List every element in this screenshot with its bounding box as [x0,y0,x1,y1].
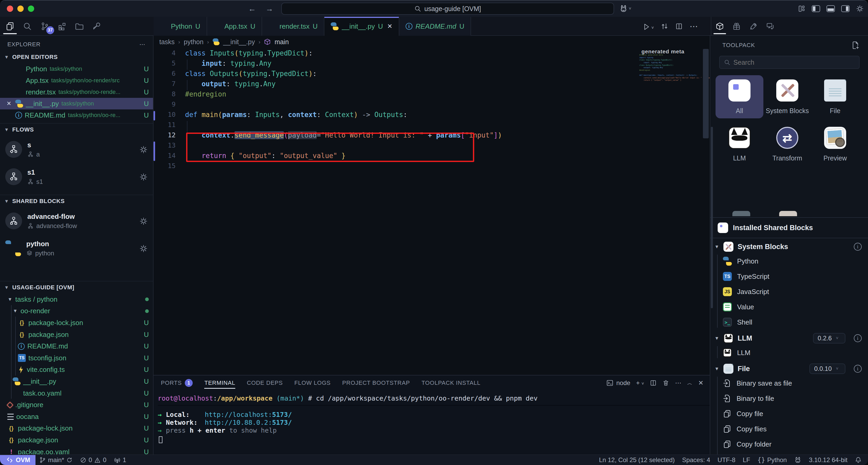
git-branch-item[interactable]: main* [35,455,76,465]
flow-item[interactable]: s a [0,136,153,163]
code-editor[interactable]: 4 class Inputs(typing.TypedDict): 5 inpu… [154,48,710,171]
toolpack-card[interactable]: File [811,75,859,118]
tree-item[interactable]: oocana U [0,411,153,423]
breadcrumb-item[interactable]: __init__.py [223,38,255,46]
search-activity-icon[interactable] [22,20,33,33]
split-terminal-icon[interactable] [650,380,657,386]
terminal-shell-item[interactable]: node [606,379,630,387]
block-item[interactable]: JavaScript [723,284,868,299]
toolpack-activity-icon[interactable] [714,20,725,33]
feedback-activity-icon[interactable] [765,20,775,33]
block-item[interactable]: Copy folder [723,437,868,452]
close-window-button[interactable] [7,5,13,12]
tree-item[interactable]: package.oo.yaml U [0,446,153,455]
tree-item[interactable]: vite.config.ts U [0,364,153,376]
panel-more-icon[interactable]: ⋯ [675,379,681,387]
history-back-icon[interactable]: ← [248,4,256,13]
block-group-llm[interactable]: ▼ LLM 0.2.6˅ i [710,331,868,345]
open-editor-item[interactable]: render.tsx tasks/python/oo-rende... U [0,86,153,98]
block-item[interactable]: Shell [723,315,868,330]
editor-tab[interactable]: README.md U [399,17,471,36]
toolpack-card[interactable]: LLM [716,122,764,166]
open-editors-header[interactable]: ▼OPEN EDITORS [0,51,153,63]
close-editor-icon[interactable]: ✕ [5,100,12,107]
block-item[interactable]: Copy file [723,406,868,422]
minimap[interactable]: #region generated metaimport typingclass… [639,49,703,87]
block-item[interactable]: Copy flies [723,422,868,437]
ports-item[interactable]: 1 [110,455,130,465]
server-port[interactable]: 5173/ [272,411,292,418]
tree-item[interactable]: ▼ oo-render [0,306,153,317]
block-item[interactable]: Empty folder [723,452,868,455]
editor-tab[interactable]: render.tsx U [262,17,324,36]
toolpack-card[interactable]: Preview [811,122,859,166]
open-editor-item[interactable]: ✕ __init__.py tasks/python U [0,98,153,109]
settings-gear-icon[interactable] [856,5,864,12]
editor-scrollbar[interactable] [703,49,709,138]
open-editor-item[interactable]: Python tasks/python U [0,63,153,75]
tree-item[interactable]: package-lock.json U [0,423,153,435]
bunny-status-item[interactable] [790,456,805,464]
server-url[interactable]: http://localhost: [205,411,272,418]
customize-layout-icon[interactable] [798,5,805,12]
shared-block-settings-gear-icon[interactable] [139,216,148,225]
flow-item[interactable]: s1 s1 [0,163,153,191]
flow-settings-gear-icon[interactable] [139,172,148,181]
shared-block-item[interactable]: advanced-flow advanced-flow [0,207,153,235]
new-terminal-button[interactable]: + ˅ [636,379,644,387]
close-panel-icon[interactable]: ✕ [698,379,704,387]
info-icon[interactable]: i [854,334,862,342]
kill-terminal-icon[interactable] [662,380,669,386]
command-center-search[interactable]: usage-guide [OVM] [281,3,614,15]
tree-item[interactable]: .gitignore U [0,399,153,411]
toolpack-search[interactable] [719,56,860,69]
block-item[interactable]: Python [723,254,868,269]
maximize-window-button[interactable] [28,5,34,12]
block-item[interactable]: Binary to file [723,391,868,406]
block-item[interactable]: LLM [723,345,868,360]
workspace-tree-header[interactable]: ▼USAGE-GUIDE [OVM] [0,281,153,293]
version-select[interactable]: 0.2.6˅ [813,333,845,344]
encoding-item[interactable]: UTF-8 [714,456,739,464]
tree-item[interactable]: task.oo.yaml U [0,387,153,399]
language-mode-item[interactable]: {}Python [754,456,791,464]
breadcrumb-item[interactable]: main [274,38,289,46]
info-icon[interactable]: i [854,243,862,251]
terminal[interactable]: root@localhost:/app/workspace (main*) # … [154,390,710,443]
tree-item[interactable]: ▼ tasks / python [0,293,153,306]
tree-item[interactable]: package.json U [0,434,153,446]
tab-close-icon[interactable]: ✕ [387,23,393,30]
tree-item[interactable]: package.json U [0,329,153,341]
problems-item[interactable]: 0 0 [76,455,110,465]
toolpack-card[interactable]: Transform [764,122,811,166]
panel-tab[interactable]: PORTS 1 [161,376,193,390]
open-editor-item[interactable]: App.tsx tasks/python/oo-render/src U [0,75,153,86]
notifications-bell-icon[interactable] [851,457,868,463]
panel-tab[interactable]: PROJECT BOOTSTRAP [342,376,410,390]
toggle-left-sidebar-icon[interactable] [812,5,820,12]
remote-indicator[interactable]: OVM [0,455,35,465]
new-tool-file-icon[interactable] [851,41,860,50]
block-group-system[interactable]: ▼ System Blocks i [710,240,868,254]
rocket-activity-icon[interactable] [748,20,758,33]
server-port[interactable]: 5173/ [272,419,292,426]
key-activity-icon[interactable] [91,20,102,33]
tree-item[interactable]: tsconfig.json U [0,352,153,364]
explorer-more-icon[interactable]: ⋯ [139,41,146,48]
shared-block-item[interactable]: python python [0,235,153,262]
indent-item[interactable]: Spaces: 4 [679,456,714,464]
block-item[interactable]: Binary save as file [723,376,868,391]
extensions-activity-icon[interactable] [56,20,68,33]
breadcrumb-item[interactable]: python [184,38,204,46]
panel-tab[interactable]: TOOLPACK INSTALL [422,376,480,390]
cursor-position-item[interactable]: Ln 12, Col 25 (12 selected) [595,456,679,464]
editor-tab[interactable]: Python U [154,17,207,36]
flow-settings-gear-icon[interactable] [139,145,148,154]
eol-item[interactable]: LF [739,456,754,464]
source-control-activity-icon[interactable]: 37 [39,20,51,33]
shared-blocks-header[interactable]: ▼SHARED BLOCKS [0,195,153,207]
split-editor-icon[interactable] [675,23,683,30]
toggle-right-sidebar-icon[interactable] [841,5,849,12]
editor-tab[interactable]: __init__.py U ✕ [324,17,399,36]
compare-changes-icon[interactable] [660,22,669,30]
